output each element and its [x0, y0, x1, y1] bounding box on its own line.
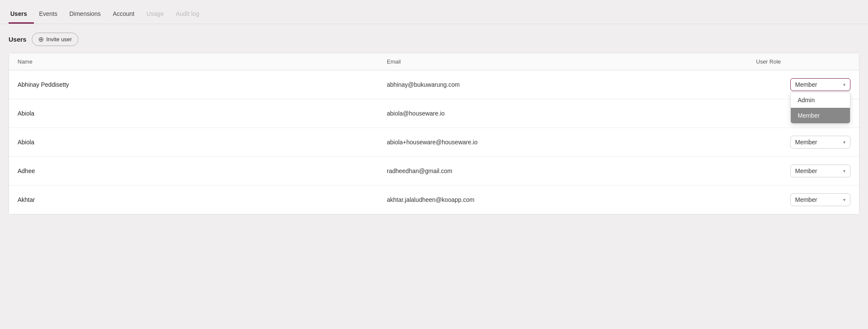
- user-role-cell: Member ▾: [756, 193, 850, 206]
- user-role-cell: Member ▾: [756, 136, 850, 149]
- role-option-member[interactable]: Member: [791, 108, 850, 123]
- section-title: Users: [9, 36, 27, 43]
- tab-usage: Usage: [145, 3, 170, 24]
- user-role-cell: Member ▾: [756, 164, 850, 177]
- add-user-icon: ⊕: [38, 35, 44, 43]
- role-select-value: Member: [795, 139, 817, 146]
- chevron-down-icon: ▾: [843, 168, 846, 174]
- role-select-value: Member: [795, 168, 817, 174]
- chevron-down-icon: ▾: [843, 140, 846, 145]
- chevron-down-icon: ▾: [843, 82, 846, 88]
- table-header: Name Email User Role: [9, 53, 859, 70]
- tab-dimensions[interactable]: Dimensions: [68, 3, 108, 24]
- table-row: Abiola abiola@houseware.io Member ▾: [9, 99, 859, 128]
- col-header-name: Name: [18, 58, 387, 65]
- role-select-value: Member: [795, 81, 817, 88]
- user-email: abiola@houseware.io: [387, 110, 756, 117]
- user-name: Adhee: [18, 168, 387, 174]
- user-email: radheedhan@gmail.com: [387, 168, 756, 174]
- col-header-role: User Role: [756, 58, 850, 65]
- tab-users[interactable]: Users: [9, 3, 34, 24]
- top-navigation: Users Events Dimensions Account Usage Au…: [0, 0, 868, 24]
- user-email: akhtar.jalaludheen@kooapp.com: [387, 196, 756, 203]
- tab-account[interactable]: Account: [111, 3, 142, 24]
- chevron-down-icon: ▾: [843, 197, 846, 203]
- role-option-admin[interactable]: Admin: [791, 92, 850, 108]
- role-select-dropdown[interactable]: Member ▾: [790, 193, 850, 206]
- table-row: Adhee radheedhan@gmail.com Member ▾: [9, 157, 859, 186]
- user-name: Akhtar: [18, 196, 387, 203]
- user-role-cell: Member ▾ Admin Member: [756, 78, 850, 91]
- tab-events[interactable]: Events: [37, 3, 64, 24]
- role-select-dropdown[interactable]: Member ▾: [790, 78, 850, 91]
- tab-audit-log: Audit log: [174, 3, 206, 24]
- role-select-dropdown[interactable]: Member ▾: [790, 136, 850, 149]
- table-row: Akhtar akhtar.jalaludheen@kooapp.com Mem…: [9, 186, 859, 214]
- table-row: Abhinay Peddisetty abhinay@bukuwarung.co…: [9, 70, 859, 99]
- user-email: abiola+houseware@houseware.io: [387, 139, 756, 146]
- user-name: Abiola: [18, 139, 387, 146]
- role-select-dropdown[interactable]: Member ▾: [790, 164, 850, 177]
- user-name: Abiola: [18, 110, 387, 117]
- col-header-email: Email: [387, 58, 756, 65]
- table-row: Abiola abiola+houseware@houseware.io Mem…: [9, 128, 859, 157]
- invite-user-button[interactable]: ⊕ Invite user: [32, 33, 78, 46]
- users-table: Name Email User Role Abhinay Peddisetty …: [9, 53, 859, 214]
- user-email: abhinay@bukuwarung.com: [387, 81, 756, 88]
- role-select-value: Member: [795, 196, 817, 203]
- section-header: Users ⊕ Invite user: [9, 33, 859, 46]
- role-dropdown-menu: Admin Member: [790, 92, 850, 124]
- user-name: Abhinay Peddisetty: [18, 81, 387, 88]
